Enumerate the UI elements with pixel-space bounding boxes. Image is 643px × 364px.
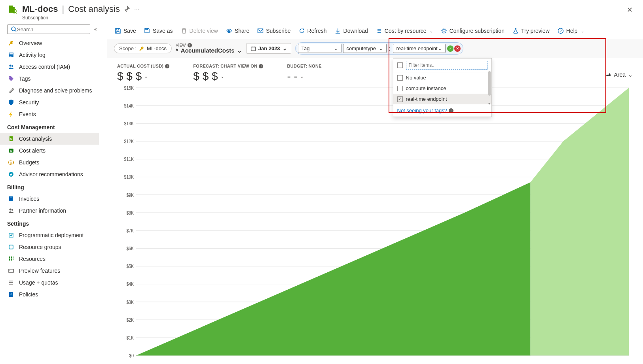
view-selector[interactable]: VIEW i *AccumulatedCosts⌄ [176, 43, 242, 54]
sidebar-item-label: Usage + quotas [19, 279, 58, 286]
filter-option-real-time-endpoint[interactable]: real-time endpoint [393, 94, 491, 104]
dropdown-scroll-down-icon[interactable]: ▾ [488, 102, 490, 106]
svg-point-9 [11, 65, 13, 67]
sidebar-item-events[interactable]: Events [0, 108, 99, 120]
sidebar-search-input[interactable] [17, 26, 87, 32]
sidebar-item-cost-analysis[interactable]: $ Cost analysis [0, 133, 99, 145]
sidebar-item-security[interactable]: Security [0, 96, 99, 108]
kpi-actual-value: $ $ $ [117, 70, 142, 83]
sidebar-item-invoices[interactable]: Invoices [0, 193, 99, 205]
close-icon[interactable]: ✕ [624, 4, 636, 16]
apply-filter-icon[interactable]: ✓ [447, 45, 453, 52]
refresh-label: Refresh [307, 28, 327, 34]
chevron-down-icon[interactable]: ⌄ [300, 74, 304, 79]
svg-line-1 [15, 12, 17, 13]
sidebar-item-preview-features[interactable]: Preview features [0, 265, 99, 277]
filter-value-dropdown[interactable]: real-time endpoint ⌄ [393, 44, 446, 53]
try-preview-button[interactable]: Try preview [512, 26, 550, 36]
date-range-selector[interactable]: Jan 2023 ⌄ [246, 43, 291, 54]
filter-search-input[interactable] [406, 61, 487, 70]
sidebar-item-diagnose-and-solve-problems[interactable]: Diagnose and solve problems [0, 85, 99, 96]
checkbox[interactable] [397, 75, 403, 81]
filter-dim1-value: Tag [302, 45, 310, 51]
cost-by-resource-button[interactable]: Cost by resource ⌄ [375, 26, 434, 36]
page-header: ML-docs | Cost analysis ⋯ Subscription ✕ [0, 0, 643, 23]
sidebar-item-programmatic-deployment[interactable]: Programmatic deployment [0, 229, 99, 241]
download-icon [335, 28, 341, 34]
configure-subscription-button[interactable]: Configure subscription [440, 26, 505, 36]
sidebar-item-tags[interactable]: Tags [0, 73, 99, 85]
remove-filter-icon[interactable]: ✕ [454, 45, 461, 52]
chevron-down-icon: ⌄ [283, 45, 287, 51]
people-icon [8, 64, 14, 70]
chart-type-selector[interactable]: Area ⌄ [605, 72, 633, 78]
sidebar-section-settings: Settings [0, 217, 99, 229]
svg-text:$11K: $11K [124, 156, 134, 162]
save-as-button[interactable]: Save as [143, 26, 174, 36]
download-button[interactable]: Download [334, 26, 369, 36]
sidebar-item-label: Events [19, 111, 36, 117]
cost-icon: $ [8, 136, 14, 142]
share-button[interactable]: Share [225, 26, 250, 36]
svg-rect-31 [9, 269, 13, 272]
svg-rect-6 [9, 55, 13, 55]
filter-option-no-value[interactable]: No value [393, 72, 491, 83]
filter-option-compute-instance[interactable]: compute instance [393, 83, 491, 94]
configure-label: Configure subscription [450, 28, 505, 34]
refresh-button[interactable]: Refresh [298, 26, 328, 36]
key-icon [8, 40, 14, 46]
checkbox[interactable] [397, 86, 403, 91]
chevron-down-icon[interactable]: ⌄ [144, 74, 148, 79]
sidebar-item-advisor-recommendations[interactable]: Advisor recommendations [0, 168, 99, 180]
page-title: Cost analysis [68, 4, 120, 14]
filter-option-label: real-time endpoint [406, 96, 447, 102]
sidebar-item-resource-groups[interactable]: Resource groups [0, 241, 99, 253]
svg-point-32 [9, 270, 10, 271]
sidebar-item-policies[interactable]: Policies [0, 289, 99, 300]
sidebar-item-overview[interactable]: Overview [0, 37, 99, 49]
filter-colon: : [388, 45, 391, 52]
sidebar-item-partner-information[interactable]: Partner information [0, 205, 99, 217]
select-all-checkbox[interactable] [397, 62, 403, 68]
chevron-down-icon[interactable]: ⌄ [220, 74, 224, 79]
sidebar-item-budgets[interactable]: $ Budgets [0, 157, 99, 168]
sidebar-item-label: Resources [19, 256, 46, 262]
pin-icon[interactable] [124, 6, 130, 13]
dropdown-scrollbar[interactable] [488, 71, 491, 96]
sidebar-item-cost-alerts[interactable]: $ Cost alerts [0, 145, 99, 157]
scope-label: Scope : [119, 45, 137, 51]
flask-icon [512, 28, 519, 34]
svg-rect-27 [11, 258, 12, 260]
filter-dimension-2[interactable]: computetype ⌄ [343, 44, 387, 53]
svg-text:$15K: $15K [124, 85, 134, 91]
sidebar-item-usage-quotas[interactable]: Usage + quotas [0, 277, 99, 289]
filter-dimension-1[interactable]: Tag ⌄ [298, 44, 341, 53]
help-button[interactable]: ? Help ⌄ [557, 26, 585, 36]
search-icon [11, 26, 17, 32]
svg-rect-28 [13, 258, 13, 260]
bolt-icon [8, 111, 14, 117]
save-button[interactable]: Save [114, 26, 137, 36]
more-actions-icon[interactable]: ⋯ [134, 6, 140, 12]
sidebar-item-activity-log[interactable]: Activity log [0, 49, 99, 61]
sidebar-item-resources[interactable]: Resources [0, 253, 99, 265]
scope-selector[interactable]: Scope : ML-docs [114, 43, 172, 53]
svg-text:$2K: $2K [126, 317, 134, 323]
sidebar-item-label: Cost analysis [19, 136, 52, 142]
calendar-icon [250, 46, 256, 51]
svg-text:$: $ [10, 149, 12, 153]
sidebar-item-access-control-iam-[interactable]: Access control (IAM) [0, 61, 99, 73]
sidebar-item-label: Partner information [19, 207, 66, 214]
kpi-forecast-value: $ $ $ [193, 70, 218, 83]
subscribe-button[interactable]: Subscribe [256, 26, 291, 36]
svg-text:$1K: $1K [126, 335, 134, 340]
collapse-sidebar-icon[interactable]: « [93, 25, 99, 34]
sidebar-search[interactable] [7, 25, 90, 34]
svg-rect-26 [9, 258, 10, 260]
tags-help-link[interactable]: Not seeing your tags? i [393, 104, 491, 117]
checkbox[interactable] [397, 96, 403, 102]
chevron-down-icon: ⌄ [581, 29, 584, 33]
sidebar-item-label: Diagnose and solve problems [19, 87, 92, 94]
sidebar-item-label: Overview [19, 40, 42, 46]
chevron-down-icon: ⌄ [379, 45, 383, 51]
